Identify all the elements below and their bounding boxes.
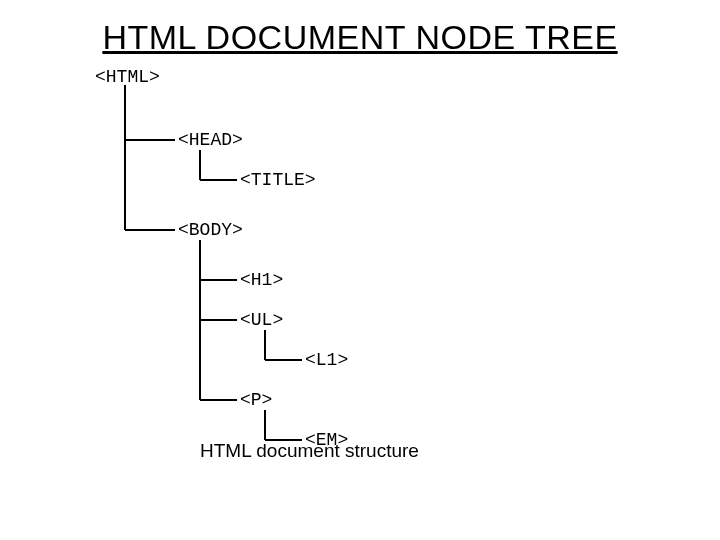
node-p: <P> [240, 390, 272, 410]
node-h1: <H1> [240, 270, 283, 290]
node-title-tag: <TITLE> [240, 170, 316, 190]
node-body: <BODY> [178, 220, 243, 240]
node-head: <HEAD> [178, 130, 243, 150]
page-title: HTML DOCUMENT NODE TREE [0, 0, 720, 57]
node-l1: <L1> [305, 350, 348, 370]
diagram-caption: HTML document structure [200, 440, 419, 462]
node-ul: <UL> [240, 310, 283, 330]
node-html: <HTML> [95, 67, 160, 87]
